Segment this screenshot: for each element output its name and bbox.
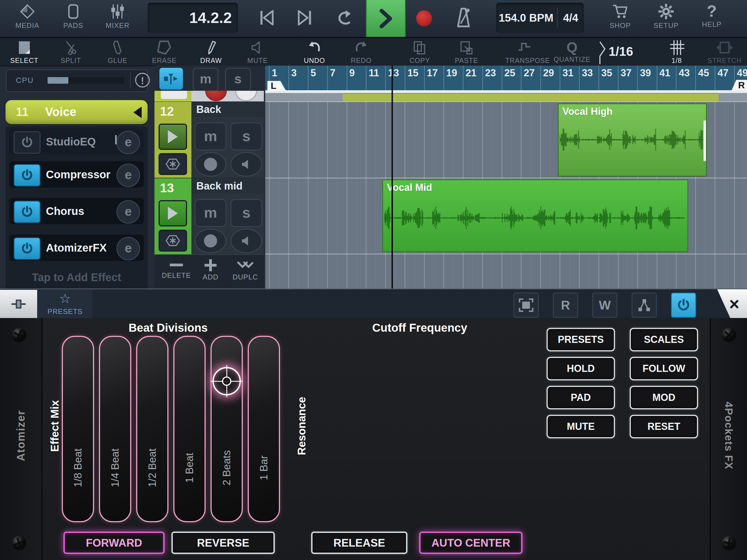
pad-mode-hold-button[interactable]: HOLD [547, 357, 615, 380]
copy-button[interactable]: COPY [402, 40, 437, 65]
help-button[interactable]: ? HELP [695, 2, 728, 29]
pad-mode-pad-button[interactable]: PAD [547, 386, 615, 409]
beat-slider-2-beats[interactable]: 2 Beats [210, 336, 243, 522]
beat-slider-1-2-beat[interactable]: 1/2 Beat [136, 336, 169, 522]
automation-read-button[interactable]: R [553, 292, 578, 318]
loop-button[interactable] [334, 9, 353, 28]
effect-edit-button[interactable]: e [117, 237, 140, 260]
beat-slider-1-4-beat[interactable]: 1/4 Beat [99, 336, 131, 522]
release-button[interactable]: RELEASE [311, 532, 407, 554]
effect-row-chorus[interactable]: Chorus e [9, 198, 144, 224]
pad-mode-scales-button[interactable]: SCALES [630, 328, 698, 351]
glue-tool-button[interactable]: GLUE [100, 40, 135, 65]
track-row-partial[interactable] [154, 91, 264, 101]
pad-mode-mod-button[interactable]: MOD [630, 386, 698, 409]
track-monitor-button[interactable] [231, 152, 262, 177]
effect-edit-button[interactable]: e [117, 200, 140, 224]
effect-edit-button[interactable]: e [117, 163, 140, 187]
auto-center-button[interactable]: AUTO CENTER [419, 532, 522, 554]
clip-partial[interactable] [343, 93, 719, 101]
forward-button[interactable]: FORWARD [63, 532, 164, 554]
quantize-value-widget[interactable]: 1/16 [598, 41, 607, 66]
delete-track-button[interactable]: DELETE [160, 259, 193, 280]
beat-slider-1-8-beat[interactable]: 1/8 Beat [62, 336, 94, 522]
reverse-button[interactable]: REVERSE [172, 532, 275, 554]
presets-tab[interactable]: ☆ PRESETS [38, 290, 93, 318]
fullscreen-button[interactable] [514, 292, 539, 318]
insert-point-button[interactable] [0, 290, 37, 318]
beat-slider-1-beat[interactable]: 1 Beat [173, 336, 206, 522]
loop-bar[interactable] [265, 90, 747, 93]
mute-tool-button[interactable]: MUTE [240, 40, 275, 65]
collapse-arrow-icon[interactable] [133, 107, 141, 118]
add-effect-row[interactable]: Tap to Add Effect [9, 271, 144, 284]
bpm-value[interactable]: 154.0 BPM [496, 3, 556, 33]
track-row-12[interactable]: 12 Back m s [154, 102, 264, 178]
effect-row-compressor[interactable]: Compressor e [9, 161, 144, 187]
time-signature-value[interactable]: 4/4 [558, 3, 584, 33]
selected-track-header[interactable]: 11 Voice [5, 100, 148, 124]
track-fader-button[interactable] [161, 91, 187, 99]
track-mute-button[interactable]: m [195, 199, 226, 227]
forward-end-button[interactable] [295, 8, 314, 28]
power-toggle[interactable] [14, 131, 41, 154]
pads-button[interactable]: PADS [57, 4, 90, 30]
track-freeze-button[interactable] [159, 153, 187, 175]
track-monitor-button[interactable] [231, 229, 262, 253]
record-button[interactable] [416, 10, 432, 26]
redo-button[interactable]: REDO [343, 40, 379, 65]
track-record-arm-button[interactable] [195, 152, 226, 177]
effect-row-studioeq[interactable]: StudioEQ e [9, 128, 144, 155]
duplicate-track-button[interactable]: DUPLC [229, 259, 262, 281]
metronome-button[interactable] [454, 6, 473, 29]
track-record-arm-button[interactable] [195, 229, 226, 253]
power-toggle[interactable] [14, 237, 41, 260]
close-plugin-button[interactable]: × [699, 289, 747, 319]
pad-mode-follow-button[interactable]: FOLLOW [630, 357, 698, 380]
setup-button[interactable]: SETUP [650, 4, 682, 30]
quantize-button[interactable]: Q QUANTIZE [553, 39, 591, 63]
tempo-display[interactable]: 154.0 BPM 4/4 [496, 3, 584, 33]
track-row-13[interactable]: 13 Back mid m s [154, 178, 264, 254]
global-solo-button[interactable]: s [225, 68, 251, 91]
shop-button[interactable]: SHOP [604, 4, 637, 30]
time-position-display[interactable]: 14.2.2 [148, 3, 238, 33]
beat-slider-1-bar[interactable]: 1 Bar [248, 336, 280, 522]
effect-row-atomizerfx[interactable]: AtomizerFX e [9, 235, 144, 261]
pad-mode-reset-button[interactable]: RESET [630, 415, 698, 438]
power-toggle[interactable] [14, 201, 41, 223]
play-button[interactable] [366, 0, 406, 37]
playhead[interactable] [391, 66, 393, 288]
timeline-ruler[interactable]: 1357911131517192123252729313335373941434… [265, 66, 747, 90]
pad-mode-presets-button[interactable]: PRESETS [547, 328, 615, 351]
track-play-button[interactable] [159, 124, 187, 150]
track-solo-button[interactable]: s [231, 199, 262, 227]
split-tool-button[interactable]: SPLIT [53, 40, 88, 65]
global-mute-button[interactable]: m [193, 68, 218, 91]
routing-button[interactable] [632, 292, 657, 318]
arrangement-area[interactable]: Vocal High Vocal Mid [265, 93, 747, 288]
alert-icon[interactable]: ! [135, 73, 150, 87]
automation-write-button[interactable]: W [592, 292, 617, 318]
paste-button[interactable]: PASTE [449, 40, 484, 65]
media-button[interactable]: MEDIA [11, 4, 44, 30]
track-freeze-button[interactable] [159, 230, 187, 252]
stretch-button[interactable]: STRETCH [705, 40, 744, 65]
grid-value-widget[interactable]: 1/8 [662, 40, 692, 65]
power-toggle[interactable] [14, 164, 41, 186]
undo-button[interactable]: UNDO [297, 40, 332, 65]
transpose-button[interactable]: TRANSPOSE [505, 40, 544, 65]
auto-scroll-button[interactable] [159, 68, 183, 90]
select-tool-button[interactable]: SELECT [6, 40, 42, 65]
track-play-button[interactable] [159, 200, 187, 226]
mixer-button[interactable]: MIXER [101, 4, 134, 30]
rewind-start-button[interactable] [257, 8, 276, 28]
effect-edit-button[interactable]: e [117, 131, 140, 154]
track-mute-button[interactable]: m [195, 123, 226, 150]
plugin-power-button[interactable] [671, 292, 696, 318]
clip-resize-handle[interactable] [703, 121, 706, 161]
clip-vocal-high[interactable]: Vocal High [558, 103, 707, 177]
draw-tool-button[interactable]: DRAW [193, 40, 229, 65]
erase-tool-button[interactable]: ERASE [147, 40, 182, 65]
pad-mode-mute-button[interactable]: MUTE [547, 415, 615, 438]
